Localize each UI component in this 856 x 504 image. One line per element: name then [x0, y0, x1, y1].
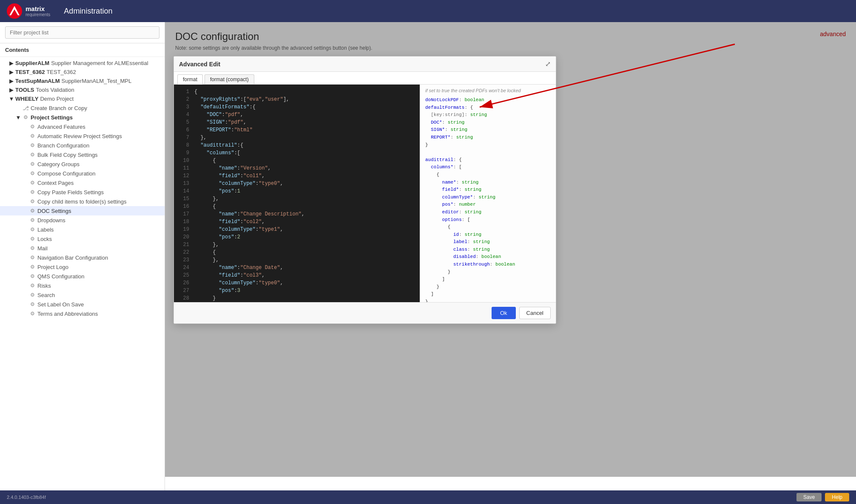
save-button[interactable]: Save [796, 493, 822, 501]
gear-icon: ⚙ [29, 292, 36, 298]
sidebar-item-category-groups[interactable]: ▶ ⚙ Category Groups [0, 159, 165, 169]
gear-icon: ⚙ [29, 179, 36, 186]
modal-tabs: format format (compact) [174, 72, 556, 85]
code-line: 20 "pos":2 [177, 233, 416, 241]
filter-bar [0, 22, 165, 43]
code-line: 28 } [177, 294, 416, 302]
sidebar-item-search[interactable]: ▶ ⚙ Search [0, 290, 165, 300]
sidebar-item-advanced-features[interactable]: ▶ ⚙ Advanced Features [0, 122, 165, 131]
chevron-right-icon: ▶ [9, 87, 14, 93]
code-line: 3 "defaultFormats":{ [177, 103, 416, 111]
gear-icon: ⚙ [29, 310, 36, 317]
sidebar-item-tools[interactable]: ▶ TOOLS Tools Validation [0, 85, 165, 94]
schema-line: ] [425, 291, 551, 298]
logo-text: matrix requirements [26, 5, 50, 17]
sidebar: Contents ▶ SupplierALM Supplier Manageme… [0, 22, 165, 490]
gear-icon: ⚙ [29, 198, 36, 205]
code-line: 8 "audittrail":{ [177, 142, 416, 149]
code-line: 5 "SIGN":"pdf", [177, 119, 416, 126]
help-button[interactable]: Help [825, 493, 849, 501]
code-line: 1{ [177, 88, 416, 96]
gear-icon: ⚙ [29, 123, 36, 130]
sidebar-item-labels[interactable]: ▶ ⚙ Labels [0, 225, 165, 234]
modal-header: Advanced Edit ⤢ [174, 57, 556, 72]
modal-close-button[interactable]: ⤢ [545, 60, 551, 68]
sidebar-item-doc-settings[interactable]: ▶ ⚙ DOC Settings [0, 206, 165, 215]
gear-icon: ⚙ [29, 189, 36, 195]
sidebar-item-create-branch[interactable]: ▶ ⎇ Create Branch or Copy [0, 103, 165, 113]
sidebar-item-terms[interactable]: ▶ ⚙ Terms and Abbreviations [0, 309, 165, 318]
sidebar-item-auto-review[interactable]: ▶ ⚙ Automatic Review Project Settings [0, 131, 165, 141]
tab-format-compact[interactable]: format (compact) [205, 74, 254, 84]
gear-icon: ⚙ [29, 301, 36, 308]
chevron-right-icon: ▶ [9, 60, 14, 66]
schema-line: doNotLockPDF: boolean [425, 96, 551, 104]
sidebar-item-copy-paste-fields[interactable]: ▶ ⚙ Copy Paste Fields Settings [0, 187, 165, 197]
sidebar-item-copy-child-items[interactable]: ▶ ⚙ Copy child items to folder(s) settin… [0, 197, 165, 206]
sidebar-item-dropdowns[interactable]: ▶ ⚙ Dropdowns [0, 215, 165, 225]
gear-icon: ⚙ [29, 161, 36, 167]
code-line: 25 "field":"col3", [177, 272, 416, 279]
sidebar-item-mail[interactable]: ▶ ⚙ Mail [0, 244, 165, 253]
nav-title: Administration [64, 7, 112, 16]
sidebar-item-branch-config[interactable]: ▶ ⚙ Branch Configuration [0, 141, 165, 150]
gear-icon: ⚙ [29, 282, 36, 289]
top-nav: matrix requirements Administration [0, 0, 856, 22]
gear-icon: ⚙ [29, 226, 36, 233]
code-line: 26 "columnType":"type0", [177, 279, 416, 287]
schema-line: ] [425, 276, 551, 283]
gear-icon: ⚙ [29, 263, 36, 270]
ok-button[interactable]: Ok [492, 307, 516, 319]
bottom-actions: Save Help [796, 493, 849, 501]
sidebar-item-project-settings[interactable]: ▼ ⚙ Project Settings [0, 113, 165, 122]
branch-icon: ⎇ [22, 105, 29, 111]
logo: matrix requirements [7, 3, 50, 19]
code-line: 11 "name":"Version", [177, 164, 416, 172]
sidebar-item-nav-bar[interactable]: ▶ ⚙ Navigation Bar Configuration [0, 253, 165, 262]
schema-line: class: string [425, 246, 551, 254]
version-text: 2.4.0.1403-c3fb84f [7, 495, 46, 500]
sidebar-item-bulk-field-copy[interactable]: ▶ ⚙ Bulk Field Copy Settings [0, 150, 165, 159]
schema-line: field*: string [425, 186, 551, 194]
code-line: 9 "columns":[ [177, 149, 416, 157]
schema-line: editor: string [425, 209, 551, 216]
sidebar-item-test6362[interactable]: ▶ TEST_6362 TEST_6362 [0, 68, 165, 76]
bottom-bar: 2.4.0.1403-c3fb84f Save Help [0, 490, 856, 504]
modal-body: 1{ 2 "proxyRights":["eva","user"], 3 "de… [174, 85, 556, 302]
code-editor[interactable]: 1{ 2 "proxyRights":["eva","user"], 3 "de… [174, 85, 420, 302]
code-line: 6 "REPORT":"html" [177, 126, 416, 134]
schema-line: options: [ [425, 216, 551, 224]
code-line: 27 "pos":3 [177, 287, 416, 294]
sidebar-item-wheely[interactable]: ▼ WHEELY Demo Project [0, 94, 165, 103]
code-line: 17 "name":"Change Description", [177, 210, 416, 218]
schema-line: DOC*: string [425, 119, 551, 127]
schema-line: id: string [425, 231, 551, 239]
sidebar-item-risks[interactable]: ▶ ⚙ Risks [0, 281, 165, 290]
sidebar-item-compose-config[interactable]: ▶ ⚙ Compose Configuration [0, 169, 165, 178]
schema-line: audittrail: { [425, 156, 551, 164]
schema-line: REPORT*: string [425, 134, 551, 142]
code-line: 15 }, [177, 195, 416, 203]
gear-icon: ⚙ [29, 235, 36, 242]
sidebar-item-qms-config[interactable]: ▶ ⚙ QMS Configuration [0, 272, 165, 281]
sidebar-item-project-logo[interactable]: ▶ ⚙ Project Logo [0, 262, 165, 272]
modal-title: Advanced Edit [179, 61, 220, 68]
gear-icon: ⚙ [29, 273, 36, 280]
sidebar-item-locks[interactable]: ▶ ⚙ Locks [0, 234, 165, 244]
schema-line: pos*: number [425, 201, 551, 209]
filter-input[interactable] [5, 26, 159, 39]
sidebar-item-supplierALM[interactable]: ▶ SupplierALM Supplier Management for AL… [0, 59, 165, 68]
code-line: 23 }, [177, 256, 416, 264]
code-line: 13 "columnType":"type0", [177, 180, 416, 187]
sidebar-item-set-label[interactable]: ▶ ⚙ Set Label On Save [0, 300, 165, 309]
chevron-right-icon: ▶ [9, 69, 14, 75]
cancel-button[interactable]: Cancel [519, 307, 551, 319]
sidebar-item-context-pages[interactable]: ▶ ⚙ Context Pages [0, 178, 165, 187]
schema-line: SIGN*: string [425, 126, 551, 134]
gear-icon: ⚙ [29, 245, 36, 252]
tab-format[interactable]: format [177, 74, 203, 85]
schema-panel: if set to true the created PDFs won't be… [420, 85, 556, 302]
gear-icon: ⚙ [29, 254, 36, 261]
gear-icon: ⚙ [29, 170, 36, 177]
sidebar-item-testSupManALM[interactable]: ▶ TestSupManALM SupplierManALM_Test_MPL [0, 76, 165, 85]
